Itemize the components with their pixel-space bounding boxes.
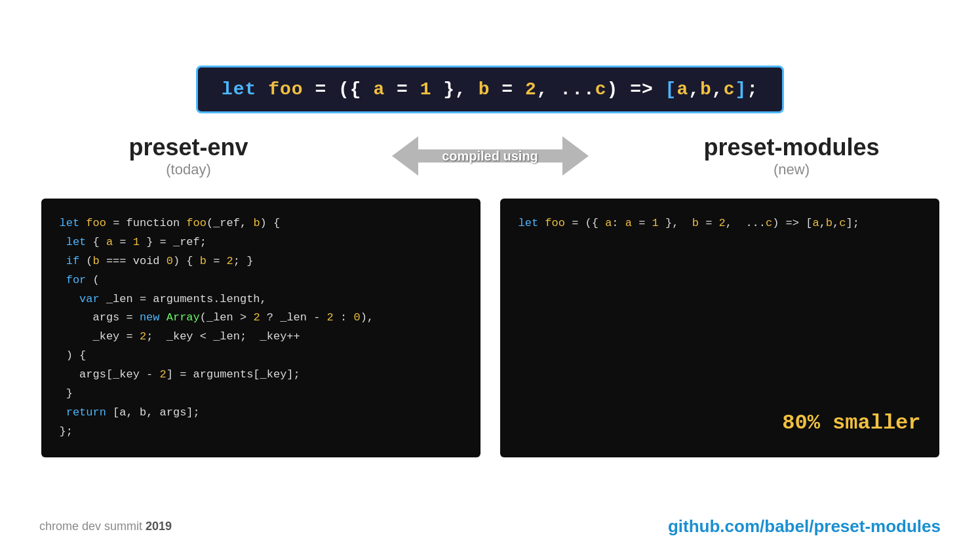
- arrow-container: compiled using: [385, 133, 595, 179]
- code-line-5: var _len = arguments.length,: [60, 290, 462, 309]
- left-code-block: let foo = function foo(_ref, b) { let { …: [41, 199, 480, 457]
- code-bracket-close: ]: [735, 79, 747, 100]
- code-line-6: args = new Array(_len > 2 ? _len - 2 : 0…: [60, 309, 462, 328]
- code-line-9: args[_key - 2] = arguments[_key];: [60, 366, 462, 385]
- code-rest: , ...: [537, 79, 595, 100]
- code-arrow: ) =>: [607, 79, 665, 100]
- footer-link[interactable]: github.com/babel/preset-modules: [668, 516, 941, 537]
- preset-modules-subtitle: (new): [700, 161, 884, 178]
- code-b2: b: [700, 79, 712, 100]
- top-code-box: let foo = ({ a = 1 }, b = 2, ...c) => [a…: [196, 66, 784, 113]
- code-blocks-row: let foo = function foo(_ref, b) { let { …: [31, 199, 949, 457]
- footer-summit-text: chrome dev summit: [39, 520, 146, 533]
- code-2: 2: [525, 79, 537, 100]
- slide: let foo = ({ a = 1 }, b = 2, ...c) => [a…: [0, 0, 980, 555]
- code-b: b: [479, 79, 490, 100]
- code-comma2: ,: [712, 79, 724, 100]
- code-line-10: }: [60, 385, 462, 404]
- footer-left: chrome dev summit 2019: [39, 520, 172, 533]
- code-a2: a: [676, 79, 688, 100]
- code-line-4: for (: [60, 271, 462, 290]
- code-line-7: _key = 2; _key < _len; _key++: [60, 328, 462, 347]
- preset-env-title: preset-env: [97, 134, 281, 161]
- code-1: 1: [420, 79, 432, 100]
- code-foo: foo: [268, 79, 303, 100]
- preset-modules-title: preset-modules: [700, 134, 884, 161]
- code-semi: ;: [747, 79, 758, 100]
- smaller-label: 80% smaller: [782, 406, 920, 441]
- code-equals: = ({: [304, 79, 374, 100]
- footer: chrome dev summit 2019 github.com/babel/…: [0, 516, 980, 537]
- arrow-text: compiled using: [442, 149, 538, 164]
- code-comma1: ,: [688, 79, 700, 100]
- footer-year: 2019: [146, 520, 172, 533]
- code-eq1: =: [385, 79, 420, 100]
- right-code-block: let foo = ({ a: a = 1 }, b = 2, ...c) =>…: [500, 199, 939, 457]
- code-line-2: let { a = 1 } = _ref;: [60, 233, 462, 252]
- code-a: a: [373, 79, 385, 100]
- code-brace: },: [431, 79, 478, 100]
- right-code-line-1: let foo = ({ a: a = 1 }, b = 2, ...c) =>…: [519, 214, 921, 233]
- code-let: let: [222, 79, 268, 100]
- code-line-8: ) {: [60, 347, 462, 366]
- code-line-1: let foo = function foo(_ref, b) {: [60, 214, 462, 233]
- preset-env-subtitle: (today): [97, 161, 281, 178]
- preset-modules-label: preset-modules (new): [700, 134, 884, 178]
- code-bracket-open: [: [665, 79, 677, 100]
- code-line-3: if (b === void 0) { b = 2; }: [60, 252, 462, 271]
- double-arrow: compiled using: [392, 133, 589, 179]
- code-c2: c: [724, 79, 735, 100]
- code-line-12: };: [60, 423, 462, 442]
- code-eq2: =: [490, 79, 524, 100]
- middle-section: preset-env (today) compiled using preset…: [97, 133, 884, 179]
- preset-env-label: preset-env (today): [97, 134, 281, 178]
- code-c: c: [595, 79, 607, 100]
- code-line-11: return [a, b, args];: [60, 404, 462, 423]
